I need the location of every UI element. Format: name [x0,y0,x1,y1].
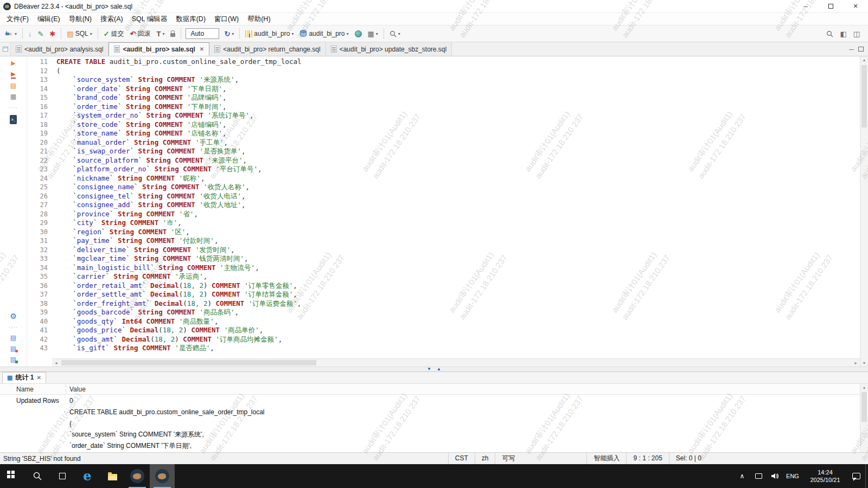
new-connection-button[interactable]: ▾ [2,28,20,40]
sql-file-icon [331,46,337,53]
close-tab-icon[interactable]: ✕ [36,375,41,381]
result-row[interactable]: `source_system` String COMMENT '来源系统', [0,429,868,440]
taskbar-clock[interactable]: 14:24 2025/10/21 [802,464,848,488]
horizontal-scroll-thumb[interactable] [61,360,316,365]
show-desktop-button[interactable] [865,464,868,488]
scroll-left-icon[interactable]: ◄ [52,361,60,365]
explain-plan-icon[interactable]: ▤ [10,82,16,89]
volume-button[interactable] [767,464,783,488]
sql-menu-button[interactable]: ▤ SQL ▾ [64,28,94,39]
expand-up-icon[interactable]: ▲ [437,367,441,371]
menu-item[interactable]: 数据库(D) [171,13,210,25]
menu-item[interactable]: 搜索(A) [96,13,127,25]
editor-tab[interactable]: <audit_bi_pro> return_change.sql [209,42,326,56]
line-number: 37 [27,290,48,299]
status-item[interactable]: 智能插入 [586,453,626,464]
network-button[interactable] [352,29,365,39]
menu-item[interactable]: 帮助(H) [243,13,275,25]
console-icon[interactable]: >_ [10,115,17,124]
transaction-log-button[interactable]: ↻ ▾ [221,29,237,39]
editor-tab[interactable]: <audit_bi_pro> update_sbz_store.sql [326,42,452,56]
execute-script-icon[interactable]: ▶ [11,70,15,79]
action-center-button[interactable] [848,464,864,488]
panel-splitter[interactable]: ▼ ▲ [0,367,868,372]
tray-chevron-button[interactable]: ∧ [734,464,750,488]
panel-split-icon: ◫ [853,30,860,37]
result-row[interactable]: Updated Rows0 [0,395,868,406]
restore-panel-button[interactable] [0,42,11,56]
schema-name: audit_bi_pro [309,30,344,37]
maximize-button[interactable] [818,0,843,12]
vertical-scroll-thumb[interactable] [861,65,867,127]
results-scrollbar[interactable]: ▲ [860,384,868,452]
search-menu-button[interactable]: ▾ [387,29,403,39]
edge-browser-button[interactable]: e [75,464,100,488]
results-scroll-thumb[interactable] [861,392,867,422]
start-button[interactable] [0,464,25,488]
tab-statistics[interactable]: ▦ 统计 1 ✕ [2,372,46,383]
chevron-down-icon: ▾ [90,31,92,36]
window-controls: ─ ✕ [793,0,868,12]
execute-statement-icon[interactable]: ▶ [11,60,15,67]
tray-device-button[interactable] [750,464,767,488]
chevron-down-icon: ▾ [376,31,378,36]
taskbar-dbeaver-button[interactable] [125,464,150,488]
transaction-mode-button[interactable]: T ▾ [154,29,167,39]
language-indicator[interactable]: ENG [783,464,802,488]
scroll-right-icon[interactable]: ► [852,361,860,365]
status-item: zh [475,453,495,464]
menu-item[interactable]: SQL 编辑器 [127,13,172,25]
vertical-scrollbar[interactable]: ▲ ▼ [860,56,868,367]
connection-selector[interactable]: audit_bi_pro ▾ [242,28,296,39]
generate-sql-button[interactable]: ✎ [35,29,47,39]
close-tab-icon[interactable]: ✕ [200,46,204,52]
reject-changes-button[interactable]: ✱ [47,29,58,39]
collapse-down-icon[interactable]: ▼ [427,367,431,371]
scroll-up-icon[interactable]: ▲ [860,58,868,62]
chevron-down-icon: ▾ [291,31,293,36]
result-grid-icon[interactable]: ▦ [10,93,16,100]
menu-item[interactable]: 导航(N) [65,13,96,25]
task-view-button[interactable] [50,464,75,488]
perspective-switch-button[interactable]: ◫ [851,29,863,39]
column-header-name[interactable]: Name [0,384,66,394]
rollback-button[interactable]: ↶ 回滚 [127,28,154,40]
result-row[interactable]: ( [0,418,868,429]
settings-gear-icon[interactable]: ⚙ [10,313,17,320]
script-file-icon[interactable]: ▤ [10,335,16,342]
menu-item[interactable]: 文件(F) [2,13,33,25]
fetch-next-page-button[interactable]: ↓ [25,29,35,39]
result-row[interactable]: `order_date` String COMMENT '下单日期', [0,440,868,452]
status-item[interactable]: 可写 [495,453,521,464]
scroll-up-icon[interactable]: ▲ [860,386,868,389]
taskbar-search-button[interactable] [25,464,50,488]
lock-button[interactable] [168,29,178,38]
result-layout-button[interactable]: ▦ ▾ [365,29,381,39]
schema-selector[interactable]: audit_bi_pro ▾ [297,28,351,39]
code-area[interactable]: CREATE TABLE audit_bi_pro.custom_online_… [52,56,860,367]
result-row[interactable]: CREATE TABLE audit_bi_pro.custom_online_… [0,406,868,418]
editor-tab[interactable]: <audit_bi_pro> sale.sql✕ [108,42,209,56]
column-header-value[interactable]: Value [66,384,868,394]
taskbar-dbeaver-button-active[interactable] [150,464,175,488]
scroll-down-icon[interactable]: ▼ [860,361,868,365]
close-button[interactable]: ✕ [843,0,868,12]
minimize-button[interactable]: ─ [793,0,818,12]
quick-search-button[interactable] [824,29,836,39]
script-save-icon[interactable]: ▤ [10,345,16,352]
editor-tabs: <audit_bi_pro> analysis.sql<audit_bi_pro… [11,42,452,56]
dbeaver-icon [155,469,169,483]
menu-item[interactable]: 编辑(E) [33,13,65,25]
code-line: `deliver_time` String COMMENT '发货时间', [56,246,860,255]
maximize-editor-icon[interactable] [858,47,864,52]
menu-item[interactable]: 窗口(W) [210,13,243,25]
minimize-editor-icon[interactable]: ─ [849,46,854,53]
sql-editor[interactable]: 1112131415161718192021222324252627282930… [27,56,868,367]
open-perspective-button[interactable]: ◧ [837,29,849,39]
horizontal-scrollbar[interactable]: ◄ ► [52,358,860,367]
commit-button[interactable]: ✓ 提交 [101,28,127,40]
file-explorer-button[interactable] [100,464,125,488]
auto-commit-combo[interactable]: Auto [186,28,219,39]
script-output-icon[interactable]: ▤ [10,356,16,363]
editor-tab[interactable]: <audit_bi_pro> analysis.sql [11,42,108,56]
